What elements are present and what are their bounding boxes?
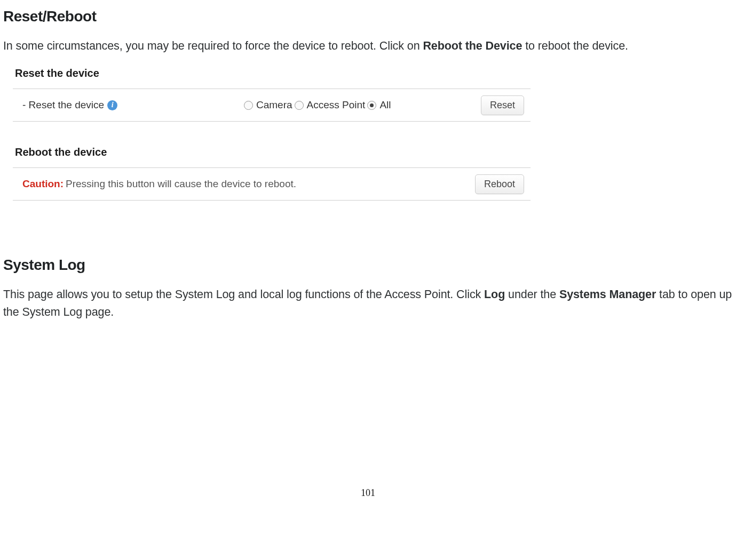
radio-label: Camera — [256, 98, 292, 113]
text-bold-log: Log — [484, 288, 505, 301]
radio-all[interactable]: All — [367, 98, 391, 113]
radio-icon — [295, 101, 304, 110]
radio-camera[interactable]: Camera — [244, 98, 292, 113]
reboot-row: Caution: Pressing this button will cause… — [13, 167, 531, 201]
text-fragment: This page allows you to setup the System… — [3, 288, 484, 301]
text-fragment: In some circumstances, you may be requir… — [3, 39, 423, 52]
section-heading-system-log: System Log — [3, 254, 733, 276]
reset-row: - Reset the device i Camera Access Point… — [13, 89, 531, 122]
section-text-system-log: This page allows you to setup the System… — [3, 286, 733, 321]
reset-row-label: - Reset the device i — [22, 98, 244, 113]
panel-title-reset: Reset the device — [13, 62, 531, 89]
section-text-reset-reboot: In some circumstances, you may be requir… — [3, 37, 733, 54]
reset-radio-group: Camera Access Point All — [244, 98, 474, 113]
radio-label: Access Point — [307, 98, 366, 113]
reset-label-text: - Reset the device — [22, 98, 104, 113]
radio-access-point[interactable]: Access Point — [295, 98, 366, 113]
embedded-ui-screenshot: Reset the device - Reset the device i Ca… — [13, 62, 531, 201]
radio-icon — [244, 101, 253, 110]
caution-message: Pressing this button will cause the devi… — [66, 177, 469, 192]
section-heading-reset-reboot: Reset/Reboot — [3, 5, 733, 28]
reboot-button[interactable]: Reboot — [475, 174, 524, 194]
text-bold-systems-manager: Systems Manager — [559, 288, 656, 301]
text-bold-reboot-the-device: Reboot the Device — [423, 39, 522, 52]
page-number: 101 — [3, 486, 733, 500]
radio-label: All — [379, 98, 391, 113]
radio-icon — [367, 101, 376, 110]
info-icon[interactable]: i — [107, 100, 117, 110]
panel-title-reboot: Reboot the device — [13, 141, 531, 167]
caution-label: Caution: — [22, 177, 64, 192]
text-fragment: to reboot the device. — [522, 39, 628, 52]
reset-button[interactable]: Reset — [481, 95, 524, 115]
text-fragment: under the — [505, 288, 559, 301]
